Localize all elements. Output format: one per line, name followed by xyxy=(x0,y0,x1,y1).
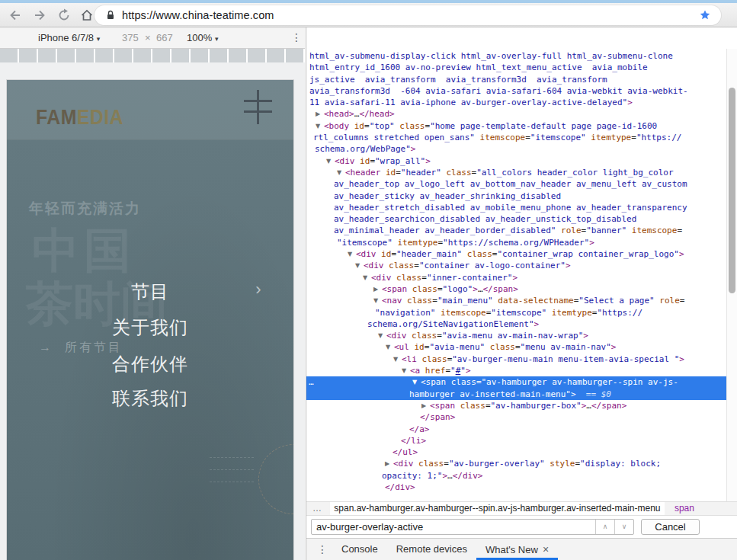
viewport-width[interactable]: 375 xyxy=(122,32,139,43)
dom-node-line[interactable]: ▶ <head>…</head> xyxy=(306,108,726,120)
find-input[interactable] xyxy=(311,519,634,535)
back-icon[interactable] xyxy=(8,8,23,23)
dom-node-line[interactable]: ▶ <div class="av-burger-overlay" style="… xyxy=(306,458,726,469)
zoom-select[interactable]: 100% ▾ xyxy=(187,32,218,43)
expand-arrow-icon[interactable]: ▼ xyxy=(316,120,324,132)
dom-node-line[interactable]: ▼ <div class="container av-logo-containe… xyxy=(306,260,726,271)
url-text[interactable]: https://www.china-teatime.com xyxy=(122,9,274,21)
dom-node-line[interactable]: ▶ <span class="av-hamburger-box">…</span… xyxy=(306,400,726,411)
dom-node-line[interactable]: </li> xyxy=(306,435,726,446)
expand-arrow-icon[interactable]: ▼ xyxy=(355,260,364,271)
dom-node-line[interactable]: opacity: 1;">…</div> xyxy=(306,470,726,482)
dom-node-line[interactable]: ▼ <div id="header_main" class="container… xyxy=(306,248,726,260)
expand-arrow-icon[interactable]: ▼ xyxy=(378,330,386,341)
expand-arrow-icon[interactable]: ▼ xyxy=(393,354,402,365)
menu-item-3[interactable]: 合作伙伴 xyxy=(7,352,293,376)
address-bar[interactable]: https://www.china-teatime.com xyxy=(95,5,721,25)
dom-node-line[interactable]: ▶ <span class="logo">…</span> xyxy=(306,283,726,295)
dom-node-line[interactable]: ▼ <li class="av-burger-menu-main menu-it… xyxy=(306,354,726,365)
dom-node-line[interactable]: js_active avia_transform avia_transform3… xyxy=(306,74,726,85)
scrollbar[interactable] xyxy=(726,49,737,501)
dom-node-line[interactable]: ▼ <div id="wrap_all"> xyxy=(306,155,726,167)
code-token: <div xyxy=(335,156,355,166)
scrollbar-thumb[interactable] xyxy=(729,88,735,293)
dom-node-line[interactable]: "navigation" itemscope="itemscope" itemt… xyxy=(306,307,726,318)
menu-item-2[interactable]: 关于我们 xyxy=(7,315,293,340)
cancel-button[interactable]: Cancel xyxy=(641,519,700,535)
code-token: > xyxy=(571,389,576,399)
code-token: <head> xyxy=(324,109,354,119)
expand-arrow-icon[interactable]: ▼ xyxy=(363,272,371,283)
menu-item-4[interactable]: 联系我们 xyxy=(7,386,293,411)
site-logo[interactable]: FAMEDIA xyxy=(36,106,123,130)
expand-arrow-icon[interactable]: ▶ xyxy=(385,458,393,469)
home-icon[interactable] xyxy=(79,8,95,23)
dom-node-line[interactable]: </span> xyxy=(306,411,726,423)
bookmark-star-icon[interactable] xyxy=(699,9,711,21)
expand-arrow-icon[interactable]: ▼ xyxy=(373,295,382,306)
code-token: itemtype xyxy=(393,238,438,248)
dom-node-line[interactable]: av_minimal_header av_header_border_disab… xyxy=(306,225,726,236)
find-previous-icon[interactable]: ∧ xyxy=(595,520,614,534)
viewport-height[interactable]: 667 xyxy=(156,32,173,43)
find-next-icon[interactable]: ∨ xyxy=(614,520,633,534)
expand-arrow-icon[interactable]: ▼ xyxy=(402,365,410,376)
reload-icon[interactable] xyxy=(56,8,72,23)
expand-arrow-icon[interactable]: ▼ xyxy=(326,155,335,167)
dom-node-selected[interactable]: hamburger av-inserted-main-menu"> == $0 xyxy=(306,389,726,400)
drawer-tab-what-s-new[interactable]: What's New× xyxy=(476,539,558,560)
dom-node-line[interactable]: av_header_top av_logo_left av_bottom_nav… xyxy=(306,178,726,190)
chevron-down-icon: ▾ xyxy=(215,35,219,43)
dom-node-line[interactable]: ▼ <a href="#"> xyxy=(306,365,726,376)
code-token: "navigation" xyxy=(375,308,435,318)
selected-node-menu-icon[interactable]: … xyxy=(309,376,314,388)
decor-dash xyxy=(210,469,254,470)
forward-icon[interactable] xyxy=(32,8,47,23)
expand-arrow-icon[interactable]: ▶ xyxy=(316,108,324,120)
dom-node-selected[interactable]: …▼ <span class="av-hamburger av-hamburge… xyxy=(306,376,726,388)
drawer-menu-icon[interactable]: ⋮ xyxy=(317,543,328,555)
device-select[interactable]: iPhone 6/7/8 ▾ xyxy=(38,32,100,43)
expand-arrow-icon[interactable]: ▶ xyxy=(421,400,430,411)
dom-node-line[interactable]: rtl_columns stretched open_sans" itemsco… xyxy=(306,132,726,143)
code-token: = xyxy=(515,342,521,352)
dom-node-line[interactable]: ▼ <header id="header" class="all_colors … xyxy=(306,167,726,178)
dom-node-line[interactable]: ▼ <nav class="main_menu" data-selectname… xyxy=(306,295,726,306)
dom-node-line[interactable]: schema.org/SiteNavigationElement"> xyxy=(306,318,726,330)
dom-node-line[interactable]: av_header_sticky av_header_shrinking_dis… xyxy=(306,190,726,202)
expand-arrow-icon[interactable]: ▶ xyxy=(373,283,382,295)
code-token: id xyxy=(355,156,370,166)
dom-node-line[interactable]: av_header_stretch_disabled av_mobile_men… xyxy=(306,202,726,213)
dom-node-line[interactable]: schema.org/WebPage"> xyxy=(306,143,726,155)
dom-node-line[interactable]: 11 avia-safari-11 avia-iphone av-burger-… xyxy=(306,97,726,108)
dom-node-line[interactable]: ▼ <div class="avia-menu av-main-nav-wrap… xyxy=(306,330,726,341)
code-token: class xyxy=(446,377,476,387)
expand-arrow-icon[interactable]: ▼ xyxy=(348,248,356,260)
dom-node-line[interactable]: html_entry_id_1600 av-no-preview html_te… xyxy=(306,62,726,73)
dom-node-line[interactable]: "itemscope" itemtype="https://schema.org… xyxy=(306,237,726,248)
breadcrumb-overflow[interactable]: … xyxy=(306,502,328,515)
dom-node-line[interactable]: </ul> xyxy=(306,446,726,458)
drawer-tab-remote-devices[interactable]: Remote devices xyxy=(387,539,476,560)
dom-node-line[interactable]: html_av-submenu-display-click html_av-ov… xyxy=(306,50,726,62)
dom-node-line[interactable]: ▼ <body id="top" class="home page-templa… xyxy=(306,120,726,132)
dom-node-line[interactable]: av_header_searchicon_disabled av_header_… xyxy=(306,213,726,225)
phone-viewport[interactable]: 中国 茶时间 年轻而充满活力 → 所有节目 节目关于我们合作伙伴联系我们 › F… xyxy=(7,80,293,560)
breadcrumb-selector[interactable]: span.av-hamburger.av-hamburger--spin.av-… xyxy=(330,502,664,515)
drawer-tab-console[interactable]: Console xyxy=(332,539,387,560)
code-token: class xyxy=(395,121,425,131)
expand-arrow-icon[interactable]: ▼ xyxy=(386,341,394,353)
hamburger-menu-icon[interactable] xyxy=(244,90,272,124)
expand-arrow-icon[interactable]: ▼ xyxy=(412,376,421,388)
close-icon[interactable]: × xyxy=(543,543,549,555)
dom-node-line[interactable]: ▼ <div class="inner-container"> xyxy=(306,272,726,283)
device-toolbar-menu-icon[interactable]: ⋮ xyxy=(291,31,302,43)
dom-node-line[interactable]: </div> xyxy=(306,482,726,493)
dom-node-line[interactable]: avia_transform3d -604 avia-safari avia-s… xyxy=(306,85,726,97)
expand-arrow-icon[interactable]: ▼ xyxy=(337,167,345,178)
submenu-chevron-icon[interactable]: › xyxy=(251,280,266,299)
code-token: data-selectname xyxy=(493,296,574,306)
dom-node-line[interactable]: </a> xyxy=(306,424,726,435)
breadcrumb-tag[interactable]: span xyxy=(675,502,694,515)
dom-node-line[interactable]: ▼ <ul id="avia-menu" class="menu av-main… xyxy=(306,341,726,353)
